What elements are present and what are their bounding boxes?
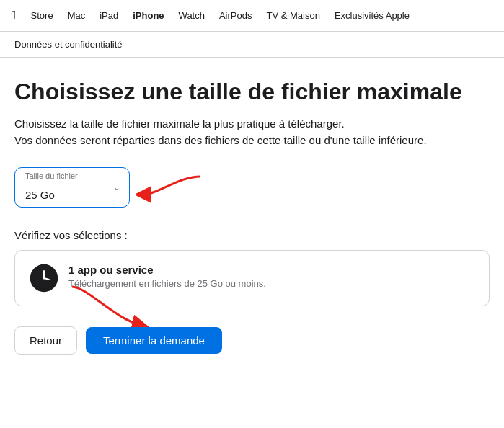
button-row-wrapper: Retour Terminer la demande <box>14 326 490 355</box>
nav-airpods[interactable]: AirPods <box>219 10 252 21</box>
svg-point-7 <box>43 277 45 280</box>
verify-item-text: 1 app ou service Téléchargement en fichi… <box>68 264 266 289</box>
main-content: Choisissez une taille de fichier maximal… <box>0 58 504 369</box>
nav-store[interactable]: Store <box>31 10 53 21</box>
clock-icon <box>30 264 58 293</box>
nav-tv[interactable]: TV & Maison <box>266 10 319 21</box>
red-arrow-1-icon <box>136 173 208 209</box>
description-line1: Choisissez la taille de fichier maximale… <box>14 117 345 130</box>
nav-watch[interactable]: Watch <box>179 10 205 21</box>
navbar:  Store Mac iPad iPhone Watch AirPods TV… <box>0 0 504 32</box>
nav-iphone[interactable]: iPhone <box>133 10 164 21</box>
nav-ipad[interactable]: iPad <box>100 10 118 21</box>
verify-box: 1 app ou service Téléchargement en fichi… <box>14 250 490 306</box>
back-button[interactable]: Retour <box>14 326 77 355</box>
verify-item-subtitle: Téléchargement en fichiers de 25 Go ou m… <box>68 278 266 289</box>
dropdown-value: 25 Go <box>25 189 55 201</box>
description-line2: Vos données seront réparties dans des fi… <box>14 134 427 146</box>
page-title: Choisissez une taille de fichier maximal… <box>14 79 490 104</box>
dropdown-area: Taille du fichier 25 Go ⌄ <box>14 166 490 209</box>
apple-logo-icon[interactable]:  <box>12 8 17 23</box>
verify-item-title: 1 app ou service <box>68 264 266 276</box>
chevron-down-icon: ⌄ <box>113 182 120 192</box>
file-size-dropdown[interactable]: Taille du fichier 25 Go ⌄ <box>14 167 130 208</box>
dropdown-label: Taille du fichier <box>25 171 78 180</box>
nav-exclusivites[interactable]: Exclusivités Apple <box>335 10 410 21</box>
nav-mac[interactable]: Mac <box>68 10 86 21</box>
button-row: Retour Terminer la demande <box>14 326 222 355</box>
description: Choisissez la taille de fichier maximale… <box>14 116 490 148</box>
breadcrumb: Données et confidentialité <box>0 32 504 58</box>
verify-heading: Vérifiez vos sélections : <box>14 229 490 241</box>
breadcrumb-text: Données et confidentialité <box>14 39 123 50</box>
finish-button[interactable]: Terminer la demande <box>86 327 222 354</box>
